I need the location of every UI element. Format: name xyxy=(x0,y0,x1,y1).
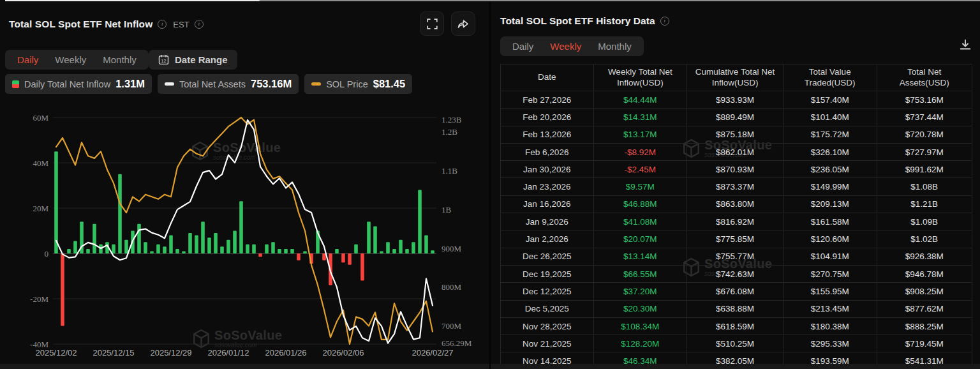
tab-daily[interactable]: Daily xyxy=(9,54,47,65)
tab-weekly[interactable]: Weekly xyxy=(47,54,94,65)
row-value-cell: $44.44M xyxy=(594,91,688,109)
fullscreen-button[interactable] xyxy=(420,11,444,36)
legend-label: Total Net Assets xyxy=(179,79,246,89)
fullscreen-icon xyxy=(427,19,438,29)
row-date-cell: Dec 12,2025 xyxy=(500,283,594,300)
row-value-cell: $873.37M xyxy=(687,178,783,195)
row-value-cell: $775.85M xyxy=(687,230,783,248)
row-date-cell: Jan 9,2026 xyxy=(500,213,594,230)
row-date-cell: Nov 21,2025 xyxy=(500,335,594,352)
svg-text:12: 12 xyxy=(161,59,167,63)
svg-text:2026/02/06: 2026/02/06 xyxy=(322,348,364,358)
row-value-cell: $727.97M xyxy=(877,144,972,161)
row-value-cell: $326.10M xyxy=(783,144,877,161)
top-progress-line xyxy=(5,0,980,1)
svg-text:0: 0 xyxy=(45,249,49,259)
row-value-cell: $737.44M xyxy=(877,109,972,126)
row-value-cell: $816.92M xyxy=(687,213,783,230)
info-icon[interactable]: i xyxy=(660,17,669,26)
net-inflow-chart-canvas[interactable]: 60M40M20M0-20M-40M1.23B1.2B1.1B1B900M800… xyxy=(0,100,489,369)
row-value-cell: $20.30M xyxy=(594,301,688,318)
row-value-cell: $149.99M xyxy=(783,178,877,195)
row-date-cell: Jan 16,2026 xyxy=(500,196,594,213)
svg-text:2026/01/26: 2026/01/26 xyxy=(265,348,306,358)
share-icon xyxy=(457,18,470,29)
column-header: Weekly Total Net Inflow(USD) xyxy=(594,64,688,91)
row-value-cell: $120.60M xyxy=(783,230,877,248)
tab-weekly[interactable]: Weekly xyxy=(542,41,590,52)
download-icon xyxy=(959,38,972,51)
row-value-cell: $37.20M xyxy=(594,283,688,300)
legend-total-net-assets[interactable]: Total Net Assets 753.16M xyxy=(158,74,299,94)
row-value-cell: $676.08M xyxy=(687,283,783,300)
row-date-cell: Feb 27,2026 xyxy=(500,91,594,109)
row-value-cell: $889.49M xyxy=(687,109,783,126)
date-range-label: Date Range xyxy=(175,54,228,65)
date-range-button[interactable]: 12 Date Range xyxy=(149,50,237,70)
row-value-cell: $295.33M xyxy=(783,335,877,352)
column-header: Total Net Assets(USD) xyxy=(877,64,972,91)
svg-text:800M: 800M xyxy=(442,282,462,292)
legend-sol-price[interactable]: SOL Price $81.45 xyxy=(304,74,412,94)
row-value-cell: $862.01M xyxy=(687,144,783,161)
svg-text:2026/02/27: 2026/02/27 xyxy=(412,348,453,358)
row-value-cell: $128.20M xyxy=(594,335,688,352)
inflow-legend-swatch xyxy=(12,80,19,88)
tab-monthly[interactable]: Monthly xyxy=(590,41,640,52)
row-value-cell: $863.80M xyxy=(687,196,783,213)
row-value-cell: $1.02B xyxy=(877,230,972,248)
tab-daily[interactable]: Daily xyxy=(504,41,542,52)
chart-period-tabs: Daily Weekly Monthly xyxy=(5,50,149,70)
row-value-cell: $510.25M xyxy=(687,335,783,352)
svg-text:2025/12/02: 2025/12/02 xyxy=(35,348,77,358)
column-header: Total Value Traded(USD) xyxy=(783,64,877,91)
row-value-cell: $270.75M xyxy=(783,266,877,283)
row-value-cell: $175.72M xyxy=(783,126,877,144)
price-legend-swatch xyxy=(311,82,321,86)
legend-daily-net-inflow[interactable]: Daily Total Net Inflow 1.31M xyxy=(5,74,152,94)
timezone-label: EST xyxy=(173,20,189,29)
share-button[interactable] xyxy=(451,11,475,36)
info-icon[interactable]: i xyxy=(195,20,204,29)
row-value-cell: $1.09B xyxy=(877,213,972,230)
row-value-cell: $161.58M xyxy=(783,213,877,230)
row-value-cell: $236.05M xyxy=(783,161,877,178)
row-value-cell: $155.95M xyxy=(783,283,877,300)
row-value-cell: $104.91M xyxy=(783,248,877,266)
row-value-cell: $888.25M xyxy=(877,318,972,335)
row-date-cell: Jan 2,2026 xyxy=(500,230,594,248)
chart-header: Total SOL Spot ETF Net Inflow i EST i xyxy=(9,19,204,30)
row-value-cell: $908.25M xyxy=(877,283,972,300)
legend-value: 753.16M xyxy=(251,78,292,90)
svg-text:2025/12/15: 2025/12/15 xyxy=(93,348,134,358)
svg-text:700M: 700M xyxy=(442,321,462,331)
svg-text:656.29M: 656.29M xyxy=(442,338,472,348)
row-date-cell: Dec 26,2025 xyxy=(500,248,594,266)
row-value-cell: $742.63M xyxy=(687,266,783,283)
row-date-cell: Dec 19,2025 xyxy=(500,266,594,283)
row-value-cell: $753.16M xyxy=(877,91,972,109)
row-value-cell: $877.62M xyxy=(877,301,972,318)
row-value-cell: $66.55M xyxy=(594,266,688,283)
svg-text:20M: 20M xyxy=(33,204,48,213)
row-value-cell: $213.45M xyxy=(783,301,877,318)
svg-text:60M: 60M xyxy=(33,113,48,123)
column-header: Cumulative Total Net Inflow(USD) xyxy=(687,64,783,91)
row-value-cell: $946.78M xyxy=(877,266,972,283)
info-icon[interactable]: i xyxy=(158,20,167,29)
row-date-cell: Jan 23,2026 xyxy=(500,178,594,195)
row-date-cell: Jan 30,2026 xyxy=(500,161,594,178)
row-value-cell: $13.17M xyxy=(594,126,688,144)
tab-monthly[interactable]: Monthly xyxy=(94,54,145,65)
row-value-cell: $720.78M xyxy=(877,126,972,144)
row-value-cell: $46.88M xyxy=(594,196,688,213)
legend-label: SOL Price xyxy=(326,79,368,89)
row-value-cell: $991.62M xyxy=(877,161,972,178)
download-button[interactable] xyxy=(959,38,972,54)
row-value-cell: $719.45M xyxy=(877,335,972,352)
row-value-cell: $618.59M xyxy=(687,318,783,335)
svg-text:2026/01/12: 2026/01/12 xyxy=(207,348,249,358)
row-value-cell: $755.77M xyxy=(687,248,783,266)
svg-text:1.2B: 1.2B xyxy=(442,127,457,137)
svg-text:1.23B: 1.23B xyxy=(442,115,462,124)
